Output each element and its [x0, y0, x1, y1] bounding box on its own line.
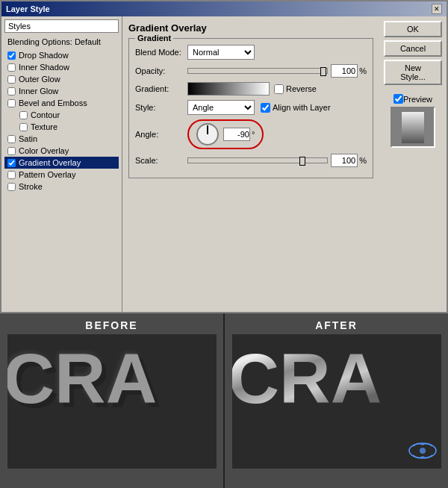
scale-input[interactable] — [331, 154, 358, 167]
gradient-preview[interactable] — [187, 82, 270, 96]
blend-mode-select[interactable]: Normal Multiply Screen Overlay — [187, 45, 255, 60]
align-layer-row: Align with Layer — [261, 103, 331, 113]
scale-label: Scale: — [135, 156, 187, 165]
preview-section: Preview — [384, 94, 442, 148]
angle-row: Angle: ° — [135, 119, 367, 149]
color-overlay-label: Color Overlay — [19, 146, 69, 155]
preview-label: Preview — [403, 95, 432, 104]
before-label: BEFORE — [85, 319, 137, 331]
layer-item-satin[interactable]: Satin — [4, 133, 119, 145]
bottom-section: BEFORE CRA www.78ps.com AFTER CRA — [0, 313, 448, 488]
style-row: Style: Angle Linear Radial Reflected Dia… — [135, 100, 367, 115]
cancel-button[interactable]: Cancel — [384, 40, 442, 57]
angle-input[interactable] — [223, 128, 250, 141]
layer-item-texture[interactable]: Texture — [4, 121, 119, 133]
scale-slider-container: % — [187, 154, 367, 167]
reverse-checkbox[interactable] — [274, 84, 284, 94]
middle-panel: Gradient Overlay Gradient Blend Mode: No… — [122, 16, 379, 312]
after-image: CRA — [232, 334, 441, 469]
layer-style-dialog: Layer Style ✕ Styles Blending Options: D… — [0, 0, 448, 313]
pattern-overlay-checkbox[interactable] — [7, 171, 16, 179]
gradient-group: Gradient Blend Mode: Normal Multiply Scr… — [128, 38, 373, 178]
before-text: CRA — [7, 338, 158, 419]
reverse-row: Reverse — [274, 84, 317, 94]
drop-shadow-label: Drop Shadow — [19, 51, 69, 60]
drop-shadow-checkbox[interactable] — [7, 51, 16, 60]
angle-dial[interactable] — [196, 123, 219, 146]
scale-slider-track[interactable] — [187, 157, 328, 163]
pattern-overlay-label: Pattern Overlay — [19, 170, 75, 179]
before-image: CRA — [7, 334, 217, 469]
contour-checkbox[interactable] — [19, 111, 28, 119]
scale-row: Scale: % — [135, 154, 367, 167]
after-label: AFTER — [315, 319, 358, 331]
stroke-checkbox[interactable] — [7, 183, 16, 191]
close-button[interactable]: ✕ — [432, 4, 442, 14]
left-panel: Styles Blending Options: Default Drop Sh… — [1, 16, 122, 312]
outer-glow-label: Outer Glow — [19, 75, 60, 84]
layer-item-bevel-emboss[interactable]: Bevel and Emboss — [4, 97, 119, 109]
wing-icon — [407, 439, 438, 463]
layer-item-contour[interactable]: Contour — [4, 109, 119, 121]
layer-item-drop-shadow[interactable]: Drop Shadow — [4, 49, 119, 61]
before-panel: BEFORE CRA www.78ps.com — [0, 313, 225, 488]
group-box-title: Gradient — [135, 34, 173, 43]
preview-checkbox[interactable] — [393, 94, 403, 104]
blend-mode-row: Blend Mode: Normal Multiply Screen Overl… — [135, 45, 367, 60]
panel-title: Gradient Overlay — [128, 22, 373, 34]
scale-unit: % — [359, 156, 367, 165]
layer-item-pattern-overlay[interactable]: Pattern Overlay — [4, 169, 119, 181]
opacity-slider-track[interactable] — [187, 68, 328, 74]
bevel-emboss-checkbox[interactable] — [7, 99, 16, 107]
ok-button[interactable]: OK — [384, 21, 442, 37]
stroke-label: Stroke — [19, 182, 43, 191]
reverse-label: Reverse — [286, 84, 317, 93]
opacity-input[interactable] — [331, 64, 358, 78]
opacity-unit: % — [359, 66, 367, 75]
inner-shadow-label: Inner Shadow — [19, 63, 69, 72]
layer-item-outer-glow[interactable]: Outer Glow — [4, 73, 119, 85]
opacity-slider-thumb[interactable] — [320, 67, 326, 76]
contour-label: Contour — [31, 110, 60, 119]
opacity-label: Opacity: — [135, 66, 187, 75]
dialog-title: Layer Style — [6, 4, 50, 13]
scale-slider-thumb[interactable] — [299, 157, 305, 166]
outer-glow-checkbox[interactable] — [7, 75, 16, 84]
layer-item-inner-glow[interactable]: Inner Glow — [4, 85, 119, 97]
gradient-overlay-checkbox[interactable] — [7, 159, 16, 167]
layer-item-inner-shadow[interactable]: Inner Shadow — [4, 61, 119, 73]
blend-mode-label: Blend Mode: — [135, 48, 187, 57]
after-text: CRA — [232, 338, 382, 419]
style-label: Style: — [135, 103, 187, 112]
bevel-emboss-label: Bevel and Emboss — [19, 98, 87, 107]
opacity-row: Opacity: % — [135, 64, 367, 78]
layer-item-gradient-overlay[interactable]: Gradient Overlay — [4, 157, 119, 169]
texture-label: Texture — [31, 122, 57, 131]
title-bar: Layer Style ✕ — [1, 1, 447, 16]
satin-label: Satin — [19, 134, 37, 143]
satin-checkbox[interactable] — [7, 135, 16, 143]
svg-point-1 — [420, 448, 426, 454]
dialog-body: Styles Blending Options: Default Drop Sh… — [1, 16, 447, 312]
after-panel: AFTER CRA — [225, 313, 448, 488]
new-style-button[interactable]: New Style... — [384, 60, 442, 85]
texture-checkbox[interactable] — [19, 123, 28, 131]
styles-header[interactable]: Styles — [4, 19, 119, 33]
color-overlay-checkbox[interactable] — [7, 147, 16, 155]
angle-label: Angle: — [135, 130, 187, 139]
layer-item-stroke[interactable]: Stroke — [4, 181, 119, 193]
style-select[interactable]: Angle Linear Radial Reflected Diamond — [187, 100, 255, 115]
align-layer-checkbox[interactable] — [261, 103, 270, 113]
angle-highlight: ° — [187, 119, 264, 149]
gradient-row: Gradient: Reverse — [135, 82, 367, 96]
inner-glow-checkbox[interactable] — [7, 87, 16, 96]
preview-box — [391, 107, 435, 148]
inner-shadow-checkbox[interactable] — [7, 63, 16, 72]
opacity-slider-container: % — [187, 64, 367, 78]
angle-dial-line — [207, 125, 208, 134]
gradient-label: Gradient: — [135, 84, 187, 93]
right-panel: OK Cancel New Style... Preview — [379, 16, 447, 312]
angle-unit: ° — [252, 130, 255, 139]
blending-options[interactable]: Blending Options: Default — [4, 36, 119, 48]
layer-item-color-overlay[interactable]: Color Overlay — [4, 145, 119, 157]
